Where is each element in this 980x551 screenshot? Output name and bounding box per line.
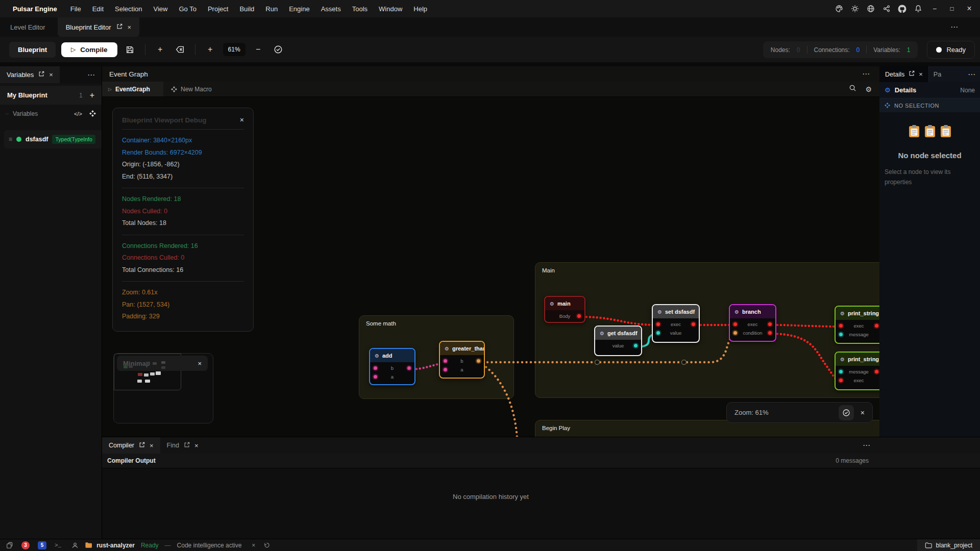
- pin-input-exec[interactable]: [839, 324, 843, 328]
- collapse-icon[interactable]: ‹›: [6, 111, 9, 116]
- node-branch-5[interactable]: ⚙branchexeccondition: [729, 304, 776, 342]
- close-button[interactable]: ×: [962, 1, 977, 16]
- graph-menu-icon[interactable]: ⋯: [862, 69, 879, 79]
- menu-tools[interactable]: Tools: [347, 5, 373, 13]
- tab-overflow-icon[interactable]: ⋯: [950, 22, 959, 32]
- panel-menu-icon[interactable]: ⋯: [863, 441, 871, 450]
- node-add-0[interactable]: ⚙addba: [369, 348, 415, 385]
- undo-icon[interactable]: [263, 542, 270, 548]
- popout-icon[interactable]: [909, 70, 915, 78]
- pin-output-exec[interactable]: [768, 322, 772, 326]
- add-variable-icon[interactable]: +: [90, 91, 94, 100]
- pin-output-condition[interactable]: [768, 331, 772, 335]
- ready-status-button[interactable]: Ready: [927, 41, 975, 59]
- tab-blueprint-editor[interactable]: Blueprint Editor ×: [58, 17, 139, 37]
- close-debug-icon[interactable]: ×: [240, 116, 244, 124]
- user-icon[interactable]: [71, 542, 79, 549]
- pin-output-Body[interactable]: [577, 314, 581, 318]
- close-tab-icon[interactable]: ×: [150, 442, 154, 449]
- pin-input-exec[interactable]: [656, 322, 660, 326]
- close-panel-icon[interactable]: ×: [49, 71, 53, 79]
- code-icon[interactable]: </>: [74, 111, 82, 117]
- zoom-level-badge[interactable]: 61%: [223, 43, 246, 56]
- pin-input-message[interactable]: [839, 370, 843, 373]
- find-tab[interactable]: Find ×: [160, 437, 205, 454]
- eventgraph-tab[interactable]: ▷ EventGraph: [102, 82, 163, 96]
- pin-input-value[interactable]: [656, 331, 660, 335]
- close-panel-icon[interactable]: ×: [919, 70, 923, 78]
- details-tab[interactable]: Details ×: [879, 66, 928, 82]
- pin-output-b[interactable]: [477, 359, 480, 363]
- pin-input-a[interactable]: [374, 375, 377, 379]
- close-minimap-icon[interactable]: ×: [198, 360, 202, 367]
- popout-icon[interactable]: [116, 23, 122, 31]
- node-print-string-6[interactable]: ⚙print_stringexecmessage: [835, 306, 879, 344]
- palette-tab-clipped[interactable]: Pa: [928, 66, 946, 82]
- pin-input-b[interactable]: [444, 359, 447, 363]
- menu-window[interactable]: Window: [373, 5, 408, 13]
- pin-input-exec[interactable]: [733, 322, 737, 326]
- pin-input-message[interactable]: [839, 333, 843, 336]
- popout-icon[interactable]: [38, 71, 44, 79]
- minimap-panel[interactable]: Minimap ×: [113, 353, 213, 423]
- node-main-2[interactable]: ⚙mainBody: [544, 296, 585, 323]
- popout-icon[interactable]: [139, 442, 145, 449]
- popout-icon[interactable]: [184, 442, 190, 449]
- pin-input-condition[interactable]: [733, 331, 737, 335]
- pin-input-a[interactable]: [444, 368, 447, 371]
- event-graph-canvas[interactable]: Event Graph ⋯ ▷ EventGraph New Macro ⚙ S…: [102, 66, 879, 437]
- drag-handle-icon[interactable]: ≡: [9, 136, 12, 143]
- pin-output-b[interactable]: [407, 366, 411, 370]
- warning-count-badge[interactable]: 5: [38, 541, 46, 549]
- close-tab-icon[interactable]: ×: [194, 442, 199, 449]
- menu-run[interactable]: Run: [260, 5, 283, 13]
- menu-help[interactable]: Help: [408, 5, 433, 13]
- menu-build[interactable]: Build: [234, 5, 260, 13]
- graph-settings-icon[interactable]: ⚙: [865, 85, 872, 93]
- pin-output-value[interactable]: [634, 344, 638, 347]
- add-node-icon[interactable]: +: [153, 42, 167, 57]
- node-greater-than-1[interactable]: ⚙greater_thanba: [439, 341, 485, 379]
- minimize-button[interactable]: −: [927, 1, 942, 16]
- reroute-dot[interactable]: [595, 360, 600, 365]
- pin-output-exec[interactable]: [875, 324, 878, 328]
- zoom-in-icon[interactable]: +: [203, 42, 217, 57]
- share-icon[interactable]: [879, 2, 893, 16]
- compile-button[interactable]: ▷ Compile: [61, 42, 117, 57]
- zoom-out-icon[interactable]: −: [251, 42, 265, 57]
- new-macro-button[interactable]: New Macro: [163, 82, 219, 96]
- variable-row[interactable]: ≡ dsfasdf Typed(TypeInfo: [4, 130, 102, 148]
- bell-icon[interactable]: [911, 2, 925, 16]
- menu-edit[interactable]: Edit: [87, 5, 109, 13]
- menu-file[interactable]: File: [65, 5, 87, 13]
- pin-input-b[interactable]: [374, 366, 377, 370]
- github-icon[interactable]: [895, 2, 909, 16]
- pin-output-exec[interactable]: [692, 322, 695, 326]
- close-zoom-toast-icon[interactable]: ×: [861, 409, 865, 417]
- zoom-confirm-button[interactable]: [839, 405, 854, 420]
- node-get-dsfasdf-3[interactable]: ⚙get dsfasdfvalue: [594, 325, 642, 356]
- compiler-tab[interactable]: Compiler ×: [102, 437, 160, 454]
- search-icon[interactable]: [849, 84, 856, 94]
- error-count-badge[interactable]: 3: [21, 541, 30, 549]
- menu-selection[interactable]: Selection: [109, 5, 148, 13]
- maximize-button[interactable]: □: [944, 1, 960, 16]
- menu-view[interactable]: View: [148, 5, 174, 13]
- save-icon[interactable]: [123, 42, 137, 57]
- reroute-dot[interactable]: [682, 360, 687, 365]
- theme-icon[interactable]: [848, 2, 862, 16]
- fit-view-icon[interactable]: [271, 42, 285, 57]
- variables-panel-tab[interactable]: Variables ×: [0, 66, 60, 83]
- tab-level-editor[interactable]: Level Editor: [0, 17, 58, 37]
- clear-icon[interactable]: [173, 42, 187, 57]
- pin-input-exec[interactable]: [839, 379, 843, 382]
- files-icon[interactable]: [6, 542, 13, 549]
- globe-icon[interactable]: [864, 2, 877, 16]
- node-print-string-7[interactable]: ⚙print_stringmessageexec: [835, 352, 879, 390]
- node-set-dsfasdf-4[interactable]: ⚙set dsfasdfexecvalue: [652, 304, 700, 343]
- macro-icon[interactable]: [89, 110, 96, 118]
- panel-menu-icon[interactable]: ⋯: [87, 70, 102, 80]
- panel-menu-icon[interactable]: ⋯: [968, 70, 980, 79]
- pin-output-message[interactable]: [875, 370, 878, 373]
- close-tab-icon[interactable]: ×: [128, 23, 132, 31]
